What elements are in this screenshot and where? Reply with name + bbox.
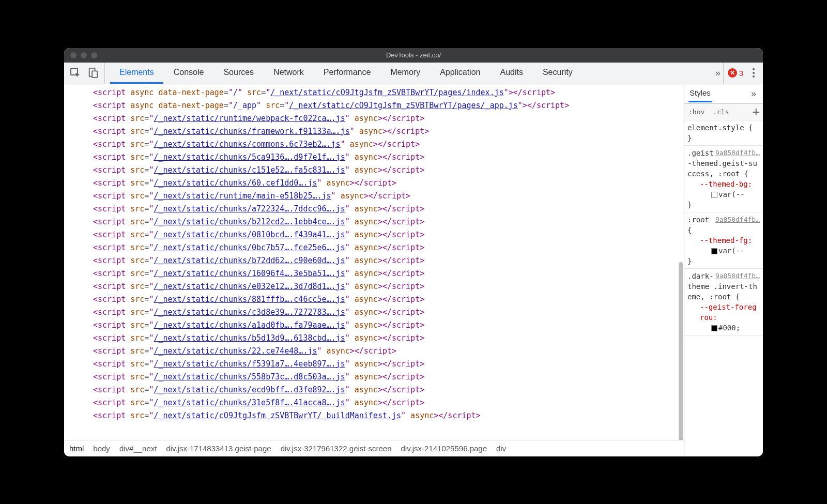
- script-src-link[interactable]: /_next/static/chunks/0810bcd….f439a41….j…: [154, 230, 345, 239]
- dom-tree[interactable]: <script async data-next-page="/" src="/_…: [64, 84, 684, 440]
- breadcrumb-item[interactable]: div#__next: [119, 444, 157, 453]
- breadcrumb-item[interactable]: div.jsx-1714833413.geist-page: [166, 444, 271, 453]
- tab-memory[interactable]: Memory: [381, 63, 430, 84]
- script-src-link[interactable]: /_next/static/chunks/commons.6c73eb2….js: [154, 140, 340, 149]
- dom-node-script[interactable]: <script src="/_next/static/chunks/framew…: [93, 125, 684, 138]
- svg-rect-2: [92, 71, 97, 78]
- dom-node-script[interactable]: <script src="/_next/static/chunks/e032e1…: [93, 280, 684, 293]
- dom-node-script[interactable]: <script src="/_next/static/chunks/common…: [93, 138, 684, 151]
- cls-toggle[interactable]: .cls: [709, 104, 733, 120]
- new-style-rule-button[interactable]: +: [749, 105, 763, 118]
- script-src-link[interactable]: /_next/static/chunks/16096f4….3e5ba51….j…: [154, 269, 345, 278]
- script-src-link[interactable]: /_next/static/chunks/0bc7b57….fce25e6….j…: [154, 243, 345, 252]
- inspect-element-icon[interactable]: [68, 66, 83, 80]
- script-src-link[interactable]: /_next/static/chunks/60.cef1dd0….js: [154, 178, 317, 188]
- rule-source-link[interactable]: 9a850df4fb…: [715, 271, 760, 281]
- tab-application[interactable]: Application: [431, 63, 489, 84]
- color-swatch[interactable]: [711, 248, 717, 254]
- dom-node-script[interactable]: <script src="/_next/static/runtime/main-…: [93, 190, 684, 203]
- script-src-link[interactable]: /_next/static/cO9JtgJsfm_zSVBTBwrYT/_bui…: [154, 411, 401, 420]
- hover-toggle[interactable]: :hov: [684, 104, 709, 120]
- script-src-link[interactable]: /_next/static/chunks/22.ce74e48….js: [154, 346, 317, 356]
- script-src-link[interactable]: /_next/static/chunks/b5d13d9….6138cbd….j…: [154, 333, 345, 343]
- elements-panel: <script async data-next-page="/" src="/_…: [64, 84, 684, 456]
- minimize-window-button[interactable]: [81, 52, 87, 58]
- tab-elements[interactable]: Elements: [110, 63, 163, 84]
- dom-node-script[interactable]: <script src="/_next/static/chunks/b72dd6…: [93, 254, 684, 267]
- error-count-badge[interactable]: ✕ 3: [728, 68, 743, 78]
- dom-node-script[interactable]: <script async data-next-page="/" src="/_…: [93, 86, 684, 99]
- dom-node-script[interactable]: <script src="/_next/static/chunks/60.cef…: [93, 177, 684, 190]
- more-tabs-icon[interactable]: »: [713, 63, 723, 84]
- breadcrumb-item[interactable]: div: [496, 444, 506, 453]
- breadcrumb-item[interactable]: html: [69, 444, 84, 453]
- dom-node-script[interactable]: <script src="/_next/static/chunks/31e5f8…: [93, 396, 684, 409]
- css-rule[interactable]: 9a850df4fb…:root {--themed-fg:var(--}: [684, 212, 763, 269]
- script-src-link[interactable]: /_next/static/chunks/framework.f91133a….…: [154, 127, 349, 136]
- script-src-link[interactable]: /_next/static/chunks/c151e52….fa5c831….j…: [154, 165, 345, 175]
- dom-node-script[interactable]: <script async data-next-page="/_app" src…: [93, 99, 684, 112]
- script-src-link[interactable]: /_next/static/chunks/5ca9136….d9f7e1f….j…: [154, 152, 345, 162]
- dom-node-script[interactable]: <script src="/_next/static/chunks/f5391a…: [93, 358, 684, 371]
- breadcrumb-item[interactable]: div.jsx-3217961322.geist-screen: [281, 444, 392, 453]
- script-src-link[interactable]: /_next/static/chunks/e032e12….3d7d8d1….j…: [154, 282, 345, 291]
- script-src-link[interactable]: /_next/static/chunks/c3d8e39….7272783….j…: [154, 308, 345, 317]
- sidebar-tabs: Styles »: [684, 84, 763, 104]
- script-src-link[interactable]: /_next/static/chunks/a722324….7ddcc96….j…: [154, 204, 345, 213]
- color-swatch[interactable]: [711, 192, 717, 198]
- settings-menu-icon[interactable]: [748, 66, 759, 80]
- css-rule[interactable]: 9a850df4fb….geist-themed.geist-success, …: [684, 146, 763, 212]
- vertical-scrollbar[interactable]: [679, 262, 683, 440]
- dom-node-script[interactable]: <script src="/_next/static/chunks/c151e5…: [93, 164, 684, 177]
- dom-node-script[interactable]: <script src="/_next/static/chunks/a1ad0f…: [93, 319, 684, 332]
- dom-node-script[interactable]: <script src="/_next/static/chunks/0bc7b5…: [93, 241, 684, 254]
- color-swatch[interactable]: [711, 325, 717, 331]
- dom-node-script[interactable]: <script src="/_next/static/chunks/c3d8e3…: [93, 306, 684, 319]
- dom-node-script[interactable]: <script src="/_next/static/chunks/16096f…: [93, 267, 684, 280]
- dom-node-script[interactable]: <script src="/_next/static/chunks/558b73…: [93, 371, 684, 384]
- script-src-link[interactable]: /_next/static/runtime/webpack-fc022ca….j…: [154, 114, 345, 123]
- script-src-link[interactable]: /_next/static/chunks/a1ad0fb….fa79aae….j…: [154, 320, 345, 330]
- script-src-link[interactable]: /_next/static/runtime/main-e518b25….js: [154, 191, 331, 201]
- breadcrumb-item[interactable]: body: [93, 444, 110, 453]
- script-src-link[interactable]: /_next/static/chunks/f5391a7….4eeb897….j…: [154, 359, 345, 369]
- dom-node-script[interactable]: <script src="/_next/static/chunks/22.ce7…: [93, 345, 684, 358]
- tab-network[interactable]: Network: [264, 63, 313, 84]
- css-rule[interactable]: 9a850df4fb….dark-theme .invert-theme, :r…: [684, 269, 763, 335]
- dom-node-script[interactable]: <script src="/_next/static/chunks/a72232…: [93, 203, 684, 216]
- zoom-window-button[interactable]: [91, 52, 97, 58]
- script-src-link[interactable]: /_next/static/chunks/b212cd2….1ebb4ce….j…: [154, 217, 345, 226]
- dom-node-script[interactable]: <script src="/_next/static/chunks/b212cd…: [93, 216, 684, 228]
- css-rule[interactable]: element.style {}: [684, 120, 763, 146]
- more-sidebar-tabs-icon[interactable]: »: [748, 88, 759, 99]
- dom-node-script[interactable]: <script src="/_next/static/chunks/b5d13d…: [93, 332, 684, 345]
- main-area: <script async data-next-page="/" src="/_…: [64, 84, 763, 456]
- tab-sources[interactable]: Sources: [214, 63, 263, 84]
- tab-security[interactable]: Security: [533, 63, 582, 84]
- tab-audits[interactable]: Audits: [491, 63, 532, 84]
- script-src-link[interactable]: /_next/static/chunks/ecd9bff….d3fe892….j…: [154, 385, 345, 394]
- window-title: DevTools - zeit.co/: [64, 51, 763, 59]
- styles-tab[interactable]: Styles: [688, 85, 712, 102]
- rule-source-link[interactable]: 9a850df4fb…: [715, 148, 760, 158]
- breadcrumb-item[interactable]: div.jsx-2141025596.page: [401, 444, 487, 453]
- dom-node-script[interactable]: <script src="/_next/static/runtime/webpa…: [93, 112, 684, 125]
- toggle-device-icon[interactable]: [86, 66, 100, 80]
- rule-source-link[interactable]: 9a850df4fb…: [715, 215, 760, 225]
- dom-node-script[interactable]: <script src="/_next/static/cO9JtgJsfm_zS…: [93, 409, 684, 422]
- dom-node-script[interactable]: <script src="/_next/static/chunks/881fff…: [93, 293, 684, 306]
- close-window-button[interactable]: [70, 52, 76, 58]
- tab-performance[interactable]: Performance: [314, 63, 380, 84]
- dom-node-script[interactable]: <script src="/_next/static/chunks/ecd9bf…: [93, 384, 684, 396]
- script-src-link[interactable]: /_next/static/cO9JtgJsfm_zSVBTBwrYT/page…: [289, 101, 518, 110]
- tab-console[interactable]: Console: [164, 63, 213, 84]
- script-src-link[interactable]: /_next/static/chunks/b72dd62….c90e60d….j…: [154, 256, 345, 265]
- script-src-link[interactable]: /_next/static/cO9JtgJsfm_zSVBTBwrYT/page…: [270, 88, 504, 97]
- styles-rules[interactable]: element.style {}9a850df4fb….geist-themed…: [684, 120, 763, 456]
- dom-node-script[interactable]: <script src="/_next/static/chunks/5ca913…: [93, 151, 684, 164]
- devtools-window: DevTools - zeit.co/ ElementsConsoleSourc…: [64, 48, 763, 456]
- dom-node-script[interactable]: <script src="/_next/static/chunks/0810bc…: [93, 228, 684, 241]
- script-src-link[interactable]: /_next/static/chunks/558b73c….d8c503a….j…: [154, 372, 345, 381]
- script-src-link[interactable]: /_next/static/chunks/31e5f8f….41acca8….j…: [154, 398, 345, 407]
- script-src-link[interactable]: /_next/static/chunks/881fffb….c46cc5e….j…: [154, 295, 345, 304]
